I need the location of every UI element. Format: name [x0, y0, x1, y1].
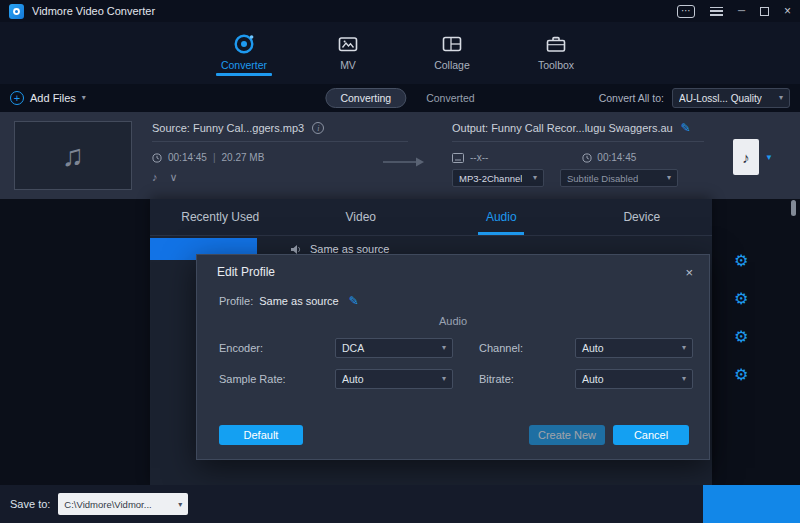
separator: | [213, 152, 216, 163]
file-row[interactable]: ♫ Source: Funny Cal...ggers.mp3 i 00:14:… [0, 112, 800, 199]
window-controls: ⋯ ─ × [677, 5, 791, 18]
subtitle-dropdown[interactable]: Subtitle Disabled ▾ [560, 169, 678, 187]
scrollbar-thumb[interactable] [791, 200, 796, 216]
bottom-bar: Save to: C:\Vidmore\Vidmor... ▾ [0, 485, 800, 523]
tab-collage[interactable]: Collage [421, 22, 483, 84]
source-size: 20.27 MB [222, 152, 265, 163]
bitrate-select[interactable]: Auto ▾ [575, 369, 693, 389]
main-nav: Converter MV Collage [0, 22, 800, 84]
resolution-value: --x-- [470, 152, 488, 163]
tab-toolbox-label: Toolbox [538, 59, 574, 71]
channel-select[interactable]: Auto ▾ [575, 338, 693, 358]
add-files-label: Add Files [30, 92, 76, 104]
profile-label: Profile: [219, 295, 253, 307]
file-thumbnail: ♫ [14, 121, 132, 190]
caret-down-icon: ▾ [82, 94, 86, 102]
app-window: Vidmore Video Converter ⋯ ─ × Converter [0, 0, 800, 523]
tab-collage-label: Collage [434, 59, 470, 71]
output-file-type-icon[interactable]: ♪ [733, 139, 759, 175]
profile-tab-recently-used[interactable]: Recently Used [150, 199, 291, 235]
output-format-value: MP3-2Channel [459, 173, 522, 184]
encoder-select[interactable]: DCA ▾ [335, 338, 453, 358]
toolbox-icon [545, 31, 567, 57]
queue-tabs: Converting Converted [325, 88, 474, 108]
sample-rate-select[interactable]: Auto ▾ [335, 369, 453, 389]
arrow-right-icon [383, 154, 425, 172]
tab-mv-label: MV [340, 59, 356, 71]
encoder-value: DCA [342, 342, 364, 354]
settings-gear-icon[interactable]: ⚙ [734, 366, 748, 383]
app-logo-icon [9, 4, 24, 19]
format-settings-column: ⚙ ⚙ ⚙ ⚙ [734, 252, 748, 383]
caret-down-icon: ▾ [667, 174, 671, 182]
active-tab-underline [478, 232, 524, 235]
tab-toolbox[interactable]: Toolbox [525, 22, 587, 84]
edit-pencil-icon[interactable]: ✎ [681, 122, 691, 134]
dialog-close-icon[interactable]: × [685, 266, 693, 279]
music-note-icon: ♫ [62, 139, 85, 173]
active-tab-underline [216, 73, 272, 76]
convert-all-dropdown[interactable]: AU-Lossl... Quality ▾ [672, 88, 790, 108]
profile-tab-device[interactable]: Device [572, 199, 713, 235]
output-duration: 00:14:45 [597, 152, 636, 163]
resolution-icon [452, 153, 464, 163]
convert-all-value: AU-Lossl... Quality [679, 93, 762, 104]
profile-tab-audio[interactable]: Audio [431, 199, 572, 235]
add-files-button[interactable]: + Add Files ▾ [10, 91, 86, 105]
tab-converter-label: Converter [221, 59, 267, 71]
convert-all-group: Convert All to: AU-Lossl... Quality ▾ [599, 88, 790, 108]
feedback-icon[interactable]: ⋯ [677, 5, 695, 18]
save-path-input[interactable]: C:\Vidmore\Vidmor... ▾ [58, 493, 188, 515]
source-duration: 00:14:45 [168, 152, 207, 163]
profile-tab-label: Device [623, 210, 660, 224]
caret-down-icon: ▾ [779, 94, 783, 102]
subtitle-value: Subtitle Disabled [567, 173, 638, 184]
format-select-triangle-icon[interactable]: ▼ [765, 153, 773, 162]
cancel-button[interactable]: Cancel [613, 425, 689, 445]
encoder-label: Encoder: [219, 342, 335, 354]
section-label: Audio [197, 315, 709, 327]
caret-down-icon: ▾ [682, 375, 686, 383]
caret-down-icon: ▾ [682, 344, 686, 352]
settings-gear-icon[interactable]: ⚙ [734, 328, 748, 345]
sample-rate-value: Auto [342, 373, 364, 385]
dialog-title: Edit Profile [217, 265, 275, 279]
profile-value: Same as source [259, 295, 338, 307]
speaker-icon [290, 244, 302, 255]
settings-gear-icon[interactable]: ⚙ [734, 290, 748, 307]
convert-all-to-label: Convert All to: [599, 92, 664, 104]
profile-tab-label: Audio [486, 210, 517, 224]
menu-icon[interactable] [710, 7, 723, 16]
output-info: Output: Funny Call Recor...lugu Swaggers… [452, 122, 704, 187]
caret-down-icon: ▾ [442, 375, 446, 383]
tab-converter[interactable]: Converter [213, 22, 275, 84]
rename-profile-icon[interactable]: ✎ [349, 295, 359, 307]
output-format-dropdown[interactable]: MP3-2Channel ▾ [452, 169, 544, 187]
convert-all-button[interactable] [703, 485, 800, 523]
profile-tab-label: Video [346, 210, 376, 224]
profile-tab-video[interactable]: Video [291, 199, 432, 235]
chevron-down-icon[interactable]: ∨ [170, 171, 178, 184]
default-button[interactable]: Default [219, 425, 303, 445]
tab-converted[interactable]: Converted [426, 92, 474, 104]
audio-track-icon[interactable]: ♪ [152, 171, 158, 184]
close-button[interactable]: × [784, 5, 791, 17]
profile-tab-label: Recently Used [181, 210, 259, 224]
edit-profile-dialog: Edit Profile × Profile: Same as source ✎… [196, 254, 710, 460]
tab-converting[interactable]: Converting [325, 88, 406, 108]
save-path-value: C:\Vidmore\Vidmor... [64, 499, 174, 510]
settings-gear-icon[interactable]: ⚙ [734, 252, 748, 269]
minimize-button[interactable]: ─ [738, 6, 745, 16]
mv-icon [337, 31, 359, 57]
toolbar: + Add Files ▾ Converting Converted Conve… [0, 84, 800, 112]
channel-value: Auto [582, 342, 604, 354]
title-bar: Vidmore Video Converter ⋯ ─ × [0, 0, 800, 22]
info-icon[interactable]: i [312, 122, 324, 134]
maximize-button[interactable] [760, 7, 769, 16]
plus-icon: + [10, 91, 24, 105]
output-file-name: Output: Funny Call Recor...lugu Swaggers… [452, 122, 673, 134]
converter-icon [232, 31, 256, 57]
divider [152, 141, 408, 142]
tab-mv[interactable]: MV [317, 22, 379, 84]
create-new-button[interactable]: Create New [529, 425, 605, 445]
